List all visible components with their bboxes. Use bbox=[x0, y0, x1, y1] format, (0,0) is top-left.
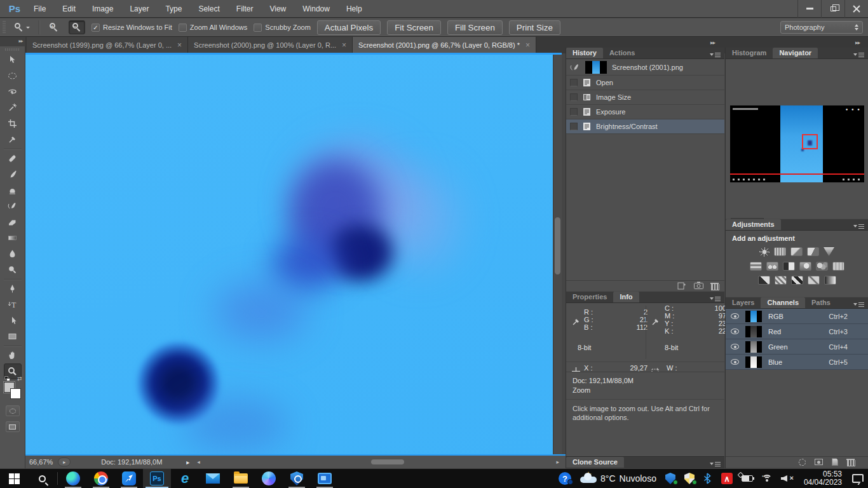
close-button[interactable] bbox=[844, 0, 868, 18]
canvas[interactable] bbox=[25, 55, 553, 455]
close-tab-icon[interactable]: × bbox=[342, 41, 346, 50]
swap-colors-icon[interactable]: ⇄ bbox=[17, 376, 22, 382]
move-tool[interactable] bbox=[4, 52, 22, 68]
menu-window[interactable]: Window bbox=[294, 0, 338, 18]
zoom-out-button[interactable]: − bbox=[69, 20, 85, 34]
taskbar-search-button[interactable] bbox=[28, 469, 56, 488]
visibility-eye-icon[interactable] bbox=[731, 313, 739, 319]
menu-layer[interactable]: Layer bbox=[121, 0, 157, 18]
photo-filter-icon[interactable] bbox=[799, 262, 811, 271]
vertical-scrollbar-thumb[interactable] bbox=[555, 217, 560, 274]
history-step-brightness-contrast-selected[interactable]: Brightness/Contrast bbox=[566, 119, 724, 134]
taskbar-rocket-app[interactable] bbox=[115, 469, 143, 488]
save-selection-icon[interactable] bbox=[815, 459, 823, 465]
tab-properties[interactable]: Properties bbox=[566, 292, 613, 302]
channel-row-red[interactable]: Red Ctrl+3 bbox=[726, 324, 868, 339]
collapse-dock-button[interactable]: ▸▸ bbox=[710, 39, 715, 46]
history-snapshot-row[interactable]: Screenshot (2001).png bbox=[566, 59, 724, 76]
history-source-well[interactable] bbox=[570, 123, 578, 130]
eyedropper-cmyk-icon[interactable] bbox=[651, 317, 660, 328]
taskbar-screenshot-app[interactable] bbox=[311, 469, 339, 488]
taskbar-clock[interactable]: 05:53 04/04/2023 bbox=[798, 470, 848, 487]
restore-button[interactable] bbox=[821, 0, 844, 18]
history-step-image-size[interactable]: Image Size bbox=[566, 90, 724, 105]
zoom-tool-preset[interactable] bbox=[12, 22, 32, 34]
channel-row-green[interactable]: Green Ctrl+4 bbox=[726, 339, 868, 355]
tray-wifi-icon[interactable]: * bbox=[757, 469, 776, 488]
menu-select[interactable]: Select bbox=[190, 0, 227, 18]
history-source-well[interactable] bbox=[570, 108, 578, 116]
history-source-well[interactable] bbox=[570, 93, 578, 101]
panel-menu-icon[interactable] bbox=[853, 301, 864, 308]
clone-stamp-tool[interactable] bbox=[4, 182, 22, 198]
vertical-scrollbar[interactable] bbox=[553, 55, 562, 454]
document-tab-2[interactable]: Screenshot (2000).png @ 100% (Layer 0, R… bbox=[188, 37, 353, 53]
history-step-exposure[interactable]: Exposure bbox=[566, 105, 724, 119]
zoom-all-windows-checkbox[interactable]: Zoom All Windows bbox=[179, 24, 247, 32]
posterize-icon[interactable] bbox=[775, 276, 787, 285]
spot-healing-brush-tool[interactable] bbox=[4, 151, 22, 166]
menu-edit[interactable]: Edit bbox=[54, 0, 84, 18]
delete-state-trash-icon[interactable] bbox=[711, 282, 718, 290]
scrubby-zoom-checkbox[interactable]: Scrubby Zoom bbox=[254, 24, 311, 32]
screen-mode-button[interactable] bbox=[6, 421, 20, 432]
invert-icon[interactable] bbox=[758, 276, 770, 285]
tray-battery-icon[interactable] bbox=[737, 469, 757, 488]
tab-layers[interactable]: Layers bbox=[726, 297, 761, 308]
menu-filter[interactable]: Filter bbox=[228, 0, 262, 18]
black-white-icon[interactable] bbox=[783, 262, 795, 271]
close-tab-icon[interactable]: × bbox=[177, 41, 182, 50]
tab-info[interactable]: Info bbox=[613, 292, 639, 302]
panel-menu-icon[interactable] bbox=[710, 51, 721, 58]
blur-tool[interactable] bbox=[4, 246, 22, 262]
taskbar-mail[interactable] bbox=[199, 469, 227, 488]
taskbar-pinwheel-app[interactable] bbox=[255, 469, 283, 488]
visibility-eye-icon[interactable] bbox=[731, 359, 739, 365]
start-button[interactable] bbox=[0, 469, 28, 488]
hue-saturation-icon[interactable] bbox=[750, 262, 762, 271]
marquee-tool[interactable] bbox=[4, 68, 22, 84]
panel-menu-icon[interactable] bbox=[710, 461, 721, 467]
taskbar-chrome[interactable] bbox=[87, 469, 115, 488]
channel-row-blue[interactable]: Blue Ctrl+5 bbox=[726, 355, 868, 370]
scroll-right-icon[interactable]: ▸ bbox=[553, 459, 562, 465]
tab-paths[interactable]: Paths bbox=[805, 297, 837, 308]
history-step-open[interactable]: Open bbox=[566, 76, 724, 90]
new-snapshot-camera-icon[interactable] bbox=[694, 281, 703, 290]
new-channel-icon[interactable] bbox=[832, 458, 838, 466]
menu-image[interactable]: Image bbox=[84, 0, 121, 18]
hand-tool[interactable] bbox=[4, 348, 22, 363]
color-lookup-icon[interactable] bbox=[832, 262, 844, 271]
zoom-in-button[interactable]: + bbox=[46, 20, 62, 34]
collapse-dock-button[interactable]: ▸▸ bbox=[855, 39, 860, 46]
taskbar-security-app[interactable] bbox=[283, 469, 311, 488]
panel-menu-icon[interactable] bbox=[853, 223, 864, 229]
print-size-button[interactable]: Print Size bbox=[509, 20, 560, 35]
status-flyout-icon[interactable]: ▸ bbox=[58, 458, 71, 466]
gradient-map-icon[interactable] bbox=[808, 276, 820, 285]
menu-file[interactable]: File bbox=[25, 0, 54, 18]
fit-screen-button[interactable]: Fit Screen bbox=[387, 20, 441, 35]
scroll-left-icon[interactable]: ◂ bbox=[194, 459, 203, 465]
navigator-view-box[interactable] bbox=[802, 134, 818, 149]
magic-wand-tool[interactable] bbox=[4, 100, 22, 116]
panel-menu-icon[interactable] bbox=[853, 51, 864, 58]
tab-actions[interactable]: Actions bbox=[603, 48, 641, 58]
action-center-button[interactable] bbox=[848, 469, 868, 488]
collapse-tools-button[interactable]: ▸▸ bbox=[0, 37, 25, 46]
tab-history[interactable]: History bbox=[566, 48, 603, 58]
fill-screen-button[interactable]: Fill Screen bbox=[447, 20, 503, 35]
vibrance-icon[interactable] bbox=[824, 247, 834, 256]
channel-mixer-icon[interactable] bbox=[816, 262, 828, 271]
background-color[interactable] bbox=[10, 388, 21, 399]
status-menu-arrow-icon[interactable]: ▸ bbox=[186, 459, 189, 466]
taskbar-file-explorer[interactable] bbox=[227, 469, 255, 488]
menu-help[interactable]: Help bbox=[338, 0, 370, 18]
gradient-tool[interactable] bbox=[4, 230, 22, 246]
tab-clone-source[interactable]: Clone Source bbox=[566, 457, 624, 468]
tab-channels[interactable]: Channels bbox=[761, 297, 805, 308]
history-source-well[interactable] bbox=[570, 79, 578, 86]
channel-row-rgb[interactable]: RGB Ctrl+2 bbox=[726, 309, 868, 324]
horizontal-scrollbar-track[interactable] bbox=[203, 458, 554, 466]
tab-navigator[interactable]: Navigator bbox=[773, 48, 818, 58]
